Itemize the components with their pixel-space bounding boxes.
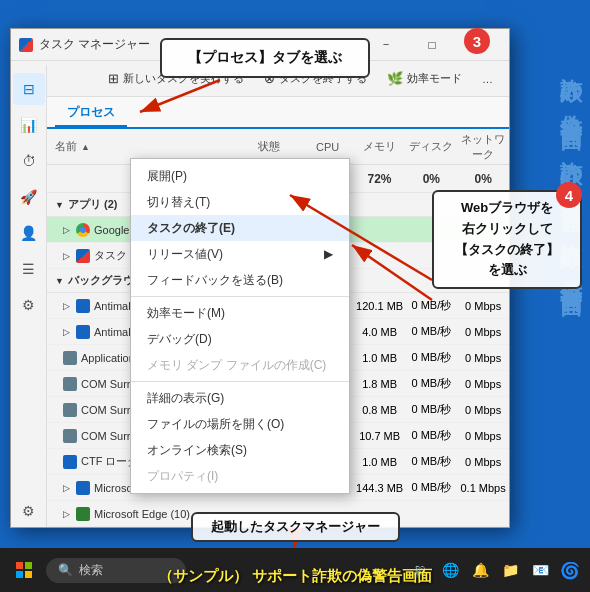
page-caption: （サンプル） サポート詐欺の偽警告画面 [0, 567, 590, 586]
bottom-caption: 起動したタスクマネージャー [0, 512, 590, 542]
col-status[interactable]: 状態 [236, 139, 302, 154]
more-button[interactable]: … [474, 69, 501, 89]
sidebar-users[interactable]: 👤 [13, 217, 45, 249]
callout-step4: Webブラウザを 右クリックして 【タスクの終了】 を選ぶ [432, 190, 582, 289]
sidebar-performance[interactable]: 📊 [13, 109, 45, 141]
sidebar-process[interactable]: ⊟ [13, 73, 45, 105]
ctx-details[interactable]: 詳細の表示(G) [131, 385, 349, 411]
app-icon [19, 38, 33, 52]
ctx-divider2 [131, 381, 349, 382]
callout-step3: 【プロセス】タブを選ぶ [160, 38, 370, 78]
chrome-icon [76, 223, 90, 237]
col-cpu[interactable]: CPU [302, 141, 354, 153]
ctx-efficiency[interactable]: 効率モード(M) [131, 300, 349, 326]
ctx-properties: プロパティ(I) [131, 463, 349, 489]
ctx-feedback[interactable]: フィードバックを送る(B) [131, 267, 349, 293]
ctx-cut[interactable]: 切り替え(T) [131, 189, 349, 215]
ctx-open-location[interactable]: ファイルの場所を開く(O) [131, 411, 349, 437]
ctx-divider1 [131, 296, 349, 297]
badge-4: 4 [556, 182, 582, 208]
ctx-end-task[interactable]: タスクの終了(E) [131, 215, 349, 241]
maximize-button[interactable]: □ [409, 29, 455, 61]
memory-usage: 72% [354, 172, 406, 186]
tab-bar: プロセス [47, 97, 509, 129]
col-network[interactable]: ネットワーク [457, 132, 509, 162]
sidebar-startup[interactable]: 🚀 [13, 181, 45, 213]
ctx-release[interactable]: リリース値(V) ▶ [131, 241, 349, 267]
col-disk[interactable]: ディスク [405, 139, 457, 154]
network-usage: 0% [457, 172, 509, 186]
sidebar: ⊟ 📊 ⏱ 🚀 👤 ☰ ⚙ ⚙ [11, 65, 47, 527]
ctx-debug[interactable]: デバッグ(D) [131, 326, 349, 352]
ctx-search-online[interactable]: オンライン検索(S) [131, 437, 349, 463]
disk-usage: 0% [405, 172, 457, 186]
context-menu: 展開(P) 切り替え(T) タスクの終了(E) リリース値(V) ▶ フィードバ… [130, 158, 350, 494]
ctx-expand[interactable]: 展開(P) [131, 163, 349, 189]
badge-3: 3 [464, 28, 490, 54]
efficiency-mode-button[interactable]: 🌿 効率モード [379, 67, 470, 90]
sidebar-services[interactable]: ⚙ [13, 289, 45, 321]
col-memory[interactable]: メモリ [354, 139, 406, 154]
ctx-dump: メモリ ダンプ ファイルの作成(C) [131, 352, 349, 378]
sidebar-history[interactable]: ⏱ [13, 145, 45, 177]
col-name[interactable]: 名前 ▲ [47, 139, 236, 154]
tab-process[interactable]: プロセス [55, 100, 127, 127]
tm-icon [76, 249, 90, 263]
sidebar-details[interactable]: ☰ [13, 253, 45, 285]
